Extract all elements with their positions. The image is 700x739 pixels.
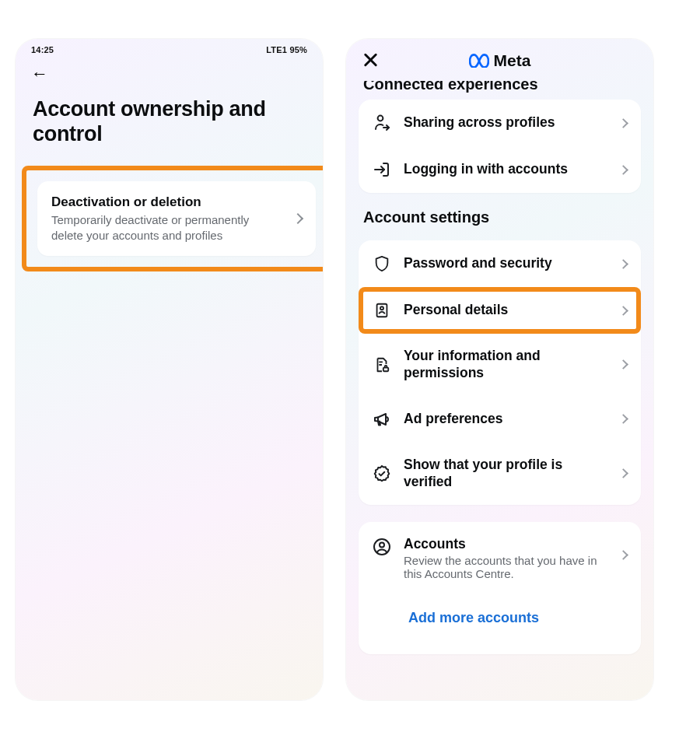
meta-brand-text: Meta: [494, 51, 531, 70]
page-title: Account ownership and control: [16, 89, 323, 161]
chevron-right-icon: [618, 414, 628, 424]
meta-infinity-icon: [469, 54, 489, 68]
verified-badge-icon: [373, 464, 391, 483]
shield-icon: [373, 254, 391, 273]
svg-point-0: [378, 116, 383, 121]
verified-profile-row[interactable]: Show that your profile is verified: [359, 443, 641, 505]
deactivation-deletion-row[interactable]: Deactivation or deletion Temporarily dea…: [51, 194, 302, 244]
section-account-settings: Account settings: [346, 193, 653, 234]
account-settings-card: Password and security Personal details: [359, 240, 641, 505]
accounts-row[interactable]: Accounts Review the accounts that you ha…: [359, 522, 641, 595]
status-indicators: LTE1 95%: [266, 45, 307, 54]
svg-rect-3: [383, 368, 388, 372]
add-more-accounts-link[interactable]: Add more accounts: [404, 597, 544, 640]
accounts-card: Accounts Review the accounts that you ha…: [359, 522, 641, 655]
information-permissions-row[interactable]: Your information and permissions: [359, 334, 641, 396]
highlight-deactivation: Deactivation or deletion Temporarily dea…: [22, 166, 323, 272]
chevron-right-icon: [618, 259, 628, 269]
meta-logo: Meta: [469, 51, 531, 70]
logging-in-accounts-row[interactable]: Logging in with accounts: [359, 146, 641, 193]
close-icon[interactable]: [360, 50, 380, 70]
chevron-right-icon: [292, 213, 303, 224]
accounts-title: Accounts: [404, 536, 607, 553]
accounts-subtitle: Review the accounts that you have in thi…: [404, 554, 607, 580]
login-icon: [373, 160, 391, 179]
status-bar: 14:25 LTE1 95%: [16, 39, 323, 58]
deactivation-subtitle: Temporarily deactivate or permanently de…: [51, 212, 283, 244]
svg-point-5: [380, 542, 384, 547]
person-share-icon: [373, 114, 391, 132]
sharing-across-profiles-row[interactable]: Sharing across profiles: [359, 100, 641, 146]
chevron-right-icon: [618, 165, 628, 175]
person-circle-icon: [373, 538, 391, 556]
chevron-right-icon: [618, 550, 628, 560]
row-label: Sharing across profiles: [404, 114, 607, 131]
row-label: Logging in with accounts: [404, 161, 607, 178]
svg-point-2: [380, 306, 383, 310]
section-connected-experiences: Connected experiences: [346, 81, 653, 93]
chevron-right-icon: [618, 468, 628, 478]
phone-screen-left: 14:25 LTE1 95% ← Account ownership and c…: [16, 39, 323, 700]
deactivation-title: Deactivation or deletion: [51, 194, 283, 211]
chevron-right-icon: [618, 118, 628, 128]
personal-details-row[interactable]: Personal details: [359, 287, 641, 334]
ad-preferences-row[interactable]: Ad preferences: [359, 396, 641, 443]
megaphone-icon: [373, 410, 391, 429]
chevron-right-icon: [618, 306, 628, 316]
phone-screen-right: Meta Connected experiences Sharing acros…: [346, 39, 653, 700]
row-label: Personal details: [404, 302, 607, 319]
row-label: Show that your profile is verified: [404, 457, 607, 491]
id-card-icon: [373, 301, 391, 320]
row-label: Password and security: [404, 255, 607, 272]
back-arrow-icon[interactable]: ←: [31, 64, 48, 84]
status-time: 14:25: [31, 45, 54, 54]
password-security-row[interactable]: Password and security: [359, 240, 641, 287]
row-label: Ad preferences: [404, 411, 607, 428]
file-lock-icon: [373, 355, 391, 374]
connected-experiences-card: Sharing across profiles Logging in with …: [359, 100, 641, 193]
top-bar: Meta: [346, 39, 653, 82]
chevron-right-icon: [618, 360, 628, 370]
row-label: Your information and permissions: [404, 348, 607, 382]
